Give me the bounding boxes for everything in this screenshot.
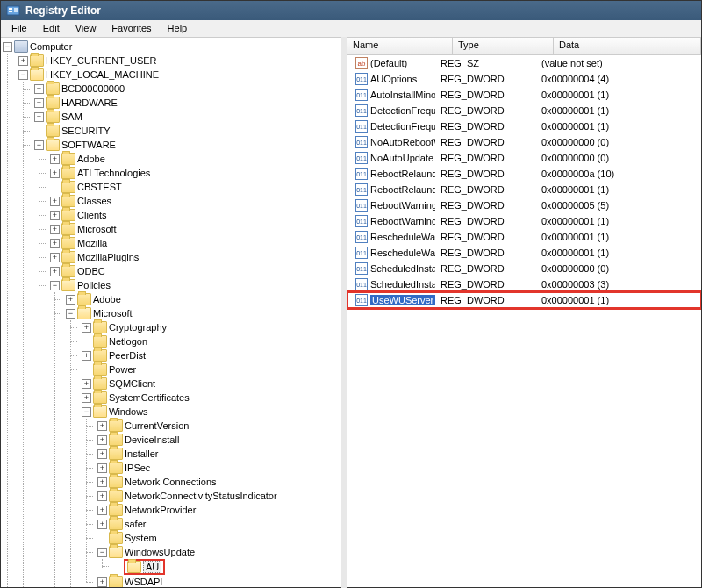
tree-item[interactable]: CBSTEST (48, 180, 347, 194)
value-row[interactable]: 011RescheduleWaitT...REG_DWORD0x00000001… (347, 229, 701, 245)
tree-item[interactable]: +Adobe (64, 292, 347, 306)
expand-icon[interactable]: + (50, 239, 60, 248)
expand-icon[interactable]: + (50, 253, 60, 262)
tree-item[interactable]: SECURITY (32, 124, 347, 138)
expand-icon[interactable]: + (97, 463, 107, 473)
expand-icon[interactable]: + (50, 267, 60, 276)
tree-policies[interactable]: −Policies (48, 278, 347, 292)
tree-pane[interactable]: − Computer + HKEY_CURRENT_USER − (1, 38, 347, 587)
value-row[interactable]: 011RebootRelaunch...REG_DWORD0x0000000a … (347, 166, 701, 182)
tree-item[interactable]: +SAM (32, 110, 347, 124)
expand-icon[interactable]: + (97, 506, 107, 515)
value-row[interactable]: 011RescheduleWaitT...REG_DWORD0x00000001… (347, 245, 701, 261)
tree-item[interactable]: +Adobe (48, 152, 347, 166)
expand-icon[interactable]: + (50, 197, 60, 206)
collapse-icon[interactable]: − (34, 140, 44, 150)
value-row[interactable]: 011NoAutoUpdateREG_DWORD0x00000000 (0) (347, 150, 701, 166)
tree-item[interactable]: +BCD00000000 (32, 82, 347, 96)
splitter[interactable] (341, 37, 347, 588)
tree-item[interactable]: +Clients (48, 208, 347, 222)
expand-icon[interactable]: + (18, 56, 28, 66)
value-row[interactable]: 011RebootWarningTi...REG_DWORD0x00000005… (347, 197, 701, 213)
tree-item[interactable]: +HARDWARE (32, 96, 347, 110)
collapse-icon[interactable]: − (3, 42, 12, 52)
value-row[interactable]: 011AutoInstallMinor...REG_DWORD0x0000000… (347, 87, 701, 103)
tree-item[interactable]: +Network Connections (96, 475, 347, 489)
expand-icon[interactable]: + (82, 379, 91, 389)
tree-item[interactable]: +Microsoft (48, 222, 347, 236)
value-row[interactable]: 011ScheduledInstallT...REG_DWORD0x000000… (347, 276, 701, 292)
tree-hkcu[interactable]: + HKEY_CURRENT_USER (17, 54, 347, 68)
tree-item[interactable]: +PeerDist (80, 348, 347, 362)
expand-icon[interactable]: + (82, 351, 91, 361)
expand-icon[interactable]: + (66, 295, 75, 305)
menu-view[interactable]: View (68, 22, 104, 35)
expand-icon[interactable]: + (97, 435, 107, 445)
expand-icon[interactable]: + (34, 112, 44, 122)
tree-windows[interactable]: −Windows (80, 405, 347, 419)
tree-item[interactable]: System (96, 531, 347, 545)
tree-item[interactable]: +safer (96, 517, 347, 531)
expand-icon[interactable]: + (97, 491, 107, 501)
tree-item[interactable]: +Classes (48, 194, 347, 208)
tree-item[interactable]: +NetworkProvider (96, 503, 347, 517)
tree-item[interactable]: Power (80, 362, 347, 376)
tree-item[interactable]: +DeviceInstall (96, 433, 347, 447)
menu-edit[interactable]: Edit (36, 22, 67, 35)
expand-icon[interactable]: + (97, 421, 107, 431)
tree-item[interactable]: +Mozilla (48, 236, 347, 250)
tree-hklm[interactable]: − HKEY_LOCAL_MACHINE (17, 68, 347, 82)
value-row[interactable]: 011NoAutoRebootWi...REG_DWORD0x00000000 … (347, 134, 701, 150)
collapse-icon[interactable]: − (97, 548, 107, 557)
tree-windowsupdate[interactable]: −WindowsUpdate (96, 545, 347, 559)
expand-icon[interactable]: + (50, 225, 60, 234)
expand-icon[interactable]: + (97, 477, 107, 487)
expand-icon[interactable]: + (34, 98, 44, 108)
expand-icon[interactable]: + (50, 154, 60, 164)
expand-icon[interactable]: + (82, 323, 91, 333)
value-row[interactable]: 011RebootRelaunch...REG_DWORD0x00000001 … (347, 182, 701, 197)
tree-item[interactable]: +ATI Technologies (48, 166, 347, 180)
collapse-icon[interactable]: − (66, 309, 75, 319)
tree-item[interactable]: +WSDAPI (96, 575, 347, 587)
col-header-name[interactable]: Name (347, 38, 453, 54)
value-row[interactable]: 011DetectionFreque...REG_DWORD0x00000001… (347, 103, 701, 118)
tree-software[interactable]: −SOFTWARE (32, 138, 347, 152)
expand-icon[interactable]: + (97, 577, 107, 587)
expand-icon[interactable]: + (82, 393, 91, 403)
expand-icon[interactable]: + (97, 520, 107, 529)
expand-icon[interactable]: + (97, 449, 107, 459)
col-header-data[interactable]: Data (554, 38, 701, 54)
collapse-icon[interactable]: − (50, 281, 60, 290)
tree-item[interactable]: +NetworkConnectivityStatusIndicator (96, 489, 347, 503)
values-pane[interactable]: Name Type Data ab(Default)REG_SZ(value n… (347, 38, 701, 587)
menu-favorites[interactable]: Favorites (104, 22, 158, 35)
tree-item[interactable]: +SystemCertificates (80, 391, 347, 405)
col-header-type[interactable]: Type (453, 38, 554, 54)
tree-policies-microsoft[interactable]: −Microsoft (64, 306, 347, 320)
tree-item[interactable]: Netlogon (80, 334, 347, 348)
value-row[interactable]: 011DetectionFreque...REG_DWORD0x00000001… (347, 118, 701, 134)
expand-icon[interactable]: + (50, 169, 60, 178)
tree-item[interactable]: +IPSec (96, 461, 347, 475)
value-row[interactable]: 011UseWUServerREG_DWORD0x00000001 (1) (347, 292, 701, 308)
tree-item[interactable]: +ODBC (48, 264, 347, 278)
menu-help[interactable]: Help (161, 22, 195, 35)
collapse-icon[interactable]: − (82, 407, 91, 417)
value-row[interactable]: 011AUOptionsREG_DWORD0x00000004 (4) (347, 71, 701, 87)
tree-item[interactable]: +Cryptography (80, 320, 347, 334)
tree-item[interactable]: +Installer (96, 447, 347, 461)
tree-item[interactable]: +MozillaPlugins (48, 250, 347, 264)
menu-file[interactable]: File (4, 22, 34, 35)
value-row[interactable]: 011RebootWarningTi...REG_DWORD0x00000001… (347, 213, 701, 229)
collapse-icon[interactable]: − (18, 70, 28, 80)
svg-rect-1 (9, 8, 12, 10)
expand-icon[interactable]: + (34, 84, 44, 94)
expand-icon[interactable]: + (50, 211, 60, 220)
tree-au[interactable]: AU (111, 559, 347, 575)
tree-item[interactable]: +SQMClient (80, 376, 347, 391)
tree-root[interactable]: − Computer (1, 39, 347, 54)
value-row[interactable]: 011ScheduledInstall...REG_DWORD0x0000000… (347, 261, 701, 276)
tree-item[interactable]: +CurrentVersion (96, 419, 347, 433)
value-row[interactable]: ab(Default)REG_SZ(value not set) (347, 55, 701, 71)
